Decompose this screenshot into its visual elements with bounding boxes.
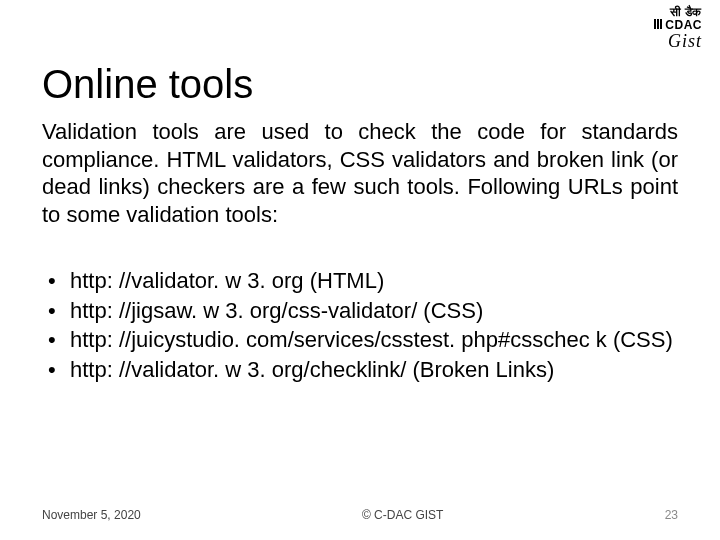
- footer-copyright: © C-DAC GIST: [362, 508, 444, 522]
- logo-bars-icon: [654, 19, 663, 32]
- list-item: • http: //validator. w 3. org/checklink/…: [48, 355, 678, 385]
- bullet-icon: •: [48, 266, 70, 296]
- list-item-text: http: //validator. w 3. org (HTML): [70, 266, 678, 296]
- url-list: • http: //validator. w 3. org (HTML) • h…: [42, 266, 678, 385]
- list-item: • http: //jigsaw. w 3. org/css-validator…: [48, 296, 678, 326]
- list-item-text: http: //juicystudio. com/services/csstes…: [70, 325, 678, 355]
- logo-cdac-text: CDAC: [654, 19, 702, 32]
- bullet-icon: •: [48, 355, 70, 385]
- footer-date: November 5, 2020: [42, 508, 141, 522]
- logo-gist-text: Gist: [654, 32, 702, 51]
- slide-body: Validation tools are used to check the c…: [42, 118, 678, 385]
- bullet-icon: •: [48, 296, 70, 326]
- logo-cdac-label: CDAC: [665, 18, 702, 32]
- list-item: • http: //validator. w 3. org (HTML): [48, 266, 678, 296]
- brand-logo: सी डैक CDAC Gist: [654, 6, 702, 51]
- slide-footer: November 5, 2020 © C-DAC GIST 23: [42, 508, 678, 522]
- list-item: • http: //juicystudio. com/services/csst…: [48, 325, 678, 355]
- slide-title: Online tools: [42, 62, 253, 107]
- list-item-text: http: //jigsaw. w 3. org/css-validator/ …: [70, 296, 678, 326]
- footer-page-number: 23: [665, 508, 678, 522]
- intro-paragraph: Validation tools are used to check the c…: [42, 118, 678, 228]
- list-item-text: http: //validator. w 3. org/checklink/ (…: [70, 355, 678, 385]
- bullet-icon: •: [48, 325, 70, 355]
